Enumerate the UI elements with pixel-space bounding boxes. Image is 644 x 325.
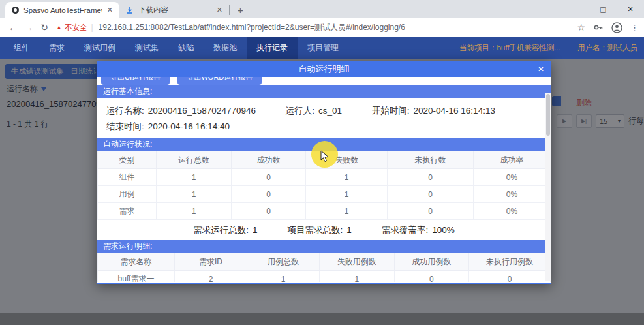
cell: 0 bbox=[469, 271, 551, 283]
menu-kebab-icon[interactable]: ⋮ bbox=[630, 23, 639, 33]
info-label: 结束时间: bbox=[106, 121, 144, 131]
tab-divider bbox=[229, 5, 230, 15]
info-value: 2020-04-16 16:14:13 bbox=[414, 106, 495, 116]
tab-title: Spasvo AutoTestFramework bbox=[23, 7, 102, 14]
export-button-strip: 导出UI运行报告 导出WORD运行报告 bbox=[97, 77, 551, 85]
column-header: 成功率 bbox=[473, 151, 550, 169]
nav-item-requirements[interactable]: 需求 bbox=[39, 37, 74, 59]
address-bar[interactable]: ▲ 不安全 | 192.168.1.251:8082/TestLab/atf/i… bbox=[56, 22, 572, 33]
table-row: 组件 1 0 1 0 0% bbox=[98, 169, 551, 186]
nav-item-execution-records[interactable]: 执行记录 bbox=[247, 37, 298, 59]
info-label: 运行人: bbox=[286, 106, 314, 116]
cell: 1 bbox=[306, 186, 388, 203]
section-basic-info: 运行基本信息: bbox=[97, 85, 551, 98]
section-req-detail: 需求运行明细: bbox=[97, 240, 551, 253]
nav-item-datapool[interactable]: 数据池 bbox=[204, 37, 247, 59]
auto-run-detail-modal: 自动运行明细 ✕ 导出UI运行报告 导出WORD运行报告 运行基本信息: 运行名… bbox=[97, 61, 551, 284]
info-run-name: 运行名称:20200416_1587024770946 bbox=[106, 103, 256, 119]
app-navbar: 组件 需求 测试用例 测试集 缺陷 数据池 执行记录 项目管理 当前项目：buf… bbox=[0, 37, 644, 59]
modal-header: 自动运行明细 ✕ bbox=[97, 61, 551, 77]
window-controls: — ▢ ✕ bbox=[562, 0, 644, 18]
column-header: 未执行用例数 bbox=[469, 253, 551, 271]
cell: 0 bbox=[388, 169, 474, 186]
warning-icon: ▲ bbox=[56, 24, 62, 31]
export-ui-report-button[interactable]: 导出UI运行报告 bbox=[101, 77, 170, 85]
info-end-time: 结束时间:2020-04-16 16:14:40 bbox=[106, 119, 230, 134]
summary-project-total: 项目需求总数:1 bbox=[288, 224, 352, 236]
column-header: 需求ID bbox=[174, 253, 247, 271]
info-label: 开始时间: bbox=[372, 106, 410, 116]
column-header: 成功数 bbox=[231, 151, 306, 169]
export-word-report-button[interactable]: 导出WORD运行报告 bbox=[177, 77, 262, 85]
nav-item-project-management[interactable]: 项目管理 bbox=[298, 37, 348, 59]
tab-spasvo[interactable]: Spasvo AutoTestFramework ✕ bbox=[5, 2, 119, 18]
new-tab-button[interactable]: + bbox=[238, 5, 243, 16]
modal-scrollbar[interactable] bbox=[545, 93, 551, 281]
cell: 1 bbox=[157, 203, 232, 220]
minimize-button[interactable]: — bbox=[562, 0, 589, 18]
summary-label: 需求覆盖率: bbox=[382, 225, 428, 235]
summary-label: 需求运行总数: bbox=[193, 225, 249, 235]
cell: 0% bbox=[473, 169, 550, 186]
requirement-summary: 需求运行总数:1 项目需求总数:1 需求覆盖率:100% bbox=[97, 220, 551, 240]
bookmark-star-icon[interactable]: ☆ bbox=[577, 22, 585, 33]
cell: 组件 bbox=[98, 169, 157, 186]
cell: 1 bbox=[157, 169, 232, 186]
summary-coverage: 需求覆盖率:100% bbox=[382, 224, 455, 236]
modal-close-icon[interactable]: ✕ bbox=[538, 61, 544, 77]
nav-item-testcases[interactable]: 测试用例 bbox=[74, 37, 125, 59]
table-row: buff需求一 2 1 1 0 0 bbox=[98, 271, 551, 283]
navbar-right: 当前项目：buff手机兼容性测... 用户名：测试人员 bbox=[459, 37, 637, 59]
run-basic-info: 运行名称:20200416_1587024770946 运行人:cs_01 开始… bbox=[97, 98, 551, 138]
cell: 2 bbox=[174, 271, 247, 283]
nav-item-defects[interactable]: 缺陷 bbox=[168, 37, 204, 59]
key-icon[interactable] bbox=[593, 22, 604, 33]
profile-avatar-icon[interactable] bbox=[611, 22, 622, 33]
cell: 用例 bbox=[98, 186, 157, 203]
spasvo-favicon-icon bbox=[12, 7, 19, 14]
requirement-table: 需求名称 需求ID 用例总数 失败用例数 成功用例数 未执行用例数 buff需求… bbox=[97, 253, 551, 282]
nav-item-testsets[interactable]: 测试集 bbox=[125, 37, 168, 59]
nav-item-components[interactable]: 组件 bbox=[4, 37, 39, 59]
forward-icon[interactable]: → bbox=[21, 22, 37, 33]
maximize-button[interactable]: ▢ bbox=[589, 0, 617, 18]
cell: 0 bbox=[388, 203, 474, 220]
column-header: 运行总数 bbox=[157, 151, 232, 169]
table-row: 用例 1 0 1 0 0% bbox=[98, 186, 551, 203]
info-value: cs_01 bbox=[318, 106, 342, 116]
summary-value: 100% bbox=[432, 225, 455, 235]
url-text[interactable]: 192.168.1.251:8082/TestLab/atf/index.htm… bbox=[99, 22, 405, 33]
cell: 1 bbox=[306, 169, 388, 186]
info-label: 运行名称: bbox=[106, 106, 144, 116]
mouse-cursor-icon bbox=[320, 150, 331, 163]
reload-icon[interactable]: ↻ bbox=[37, 22, 52, 33]
tab-title: 下载内容 bbox=[138, 5, 212, 15]
browser-tabstrip: Spasvo AutoTestFramework ✕ 下载内容 ✕ + — ▢ … bbox=[0, 0, 644, 18]
column-header: 成功用例数 bbox=[394, 253, 469, 271]
close-window-button[interactable]: ✕ bbox=[617, 0, 644, 18]
modal-title: 自动运行明细 bbox=[299, 63, 350, 75]
back-icon[interactable]: ← bbox=[5, 22, 21, 33]
info-runner: 运行人:cs_01 bbox=[286, 103, 342, 119]
close-icon[interactable]: ✕ bbox=[217, 6, 222, 14]
security-warning[interactable]: 不安全 bbox=[65, 23, 87, 33]
current-project-label[interactable]: 当前项目：buff手机兼容性测... bbox=[459, 43, 560, 53]
summary-value: 1 bbox=[346, 225, 352, 235]
info-value: 2020-04-16 16:14:40 bbox=[148, 121, 230, 131]
cell: buff需求一 bbox=[98, 271, 175, 283]
summary-value: 1 bbox=[253, 225, 258, 235]
info-start-time: 开始时间:2020-04-16 16:14:13 bbox=[372, 103, 495, 119]
omnibox-divider: | bbox=[91, 23, 93, 32]
summary-run-total: 需求运行总数:1 bbox=[193, 224, 257, 236]
screen: Spasvo AutoTestFramework ✕ 下载内容 ✕ + — ▢ … bbox=[0, 0, 644, 325]
column-header: 需求名称 bbox=[98, 253, 175, 271]
cell: 0 bbox=[394, 271, 469, 283]
table-row: 需求 1 0 1 0 0% bbox=[98, 203, 551, 220]
browser-toolbar: ← → ↻ ▲ 不安全 | 192.168.1.251:8082/TestLab… bbox=[0, 18, 644, 37]
summary-label: 项目需求总数: bbox=[288, 225, 343, 235]
info-value: 20200416_1587024770946 bbox=[148, 106, 256, 116]
username-label: 用户名：测试人员 bbox=[577, 43, 637, 53]
close-icon[interactable]: ✕ bbox=[107, 6, 113, 14]
tab-downloads[interactable]: 下载内容 ✕ bbox=[119, 2, 229, 18]
scrollbar-thumb[interactable] bbox=[546, 94, 550, 136]
